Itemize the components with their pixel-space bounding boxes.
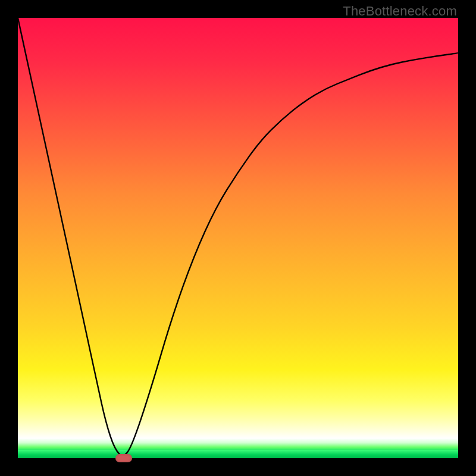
curve-svg (18, 18, 458, 458)
minimum-marker (115, 454, 132, 462)
plot-area (18, 18, 458, 458)
watermark-text: TheBottleneck.com (343, 4, 457, 19)
bottleneck-curve (18, 18, 458, 456)
chart-frame: TheBottleneck.com (0, 0, 476, 476)
